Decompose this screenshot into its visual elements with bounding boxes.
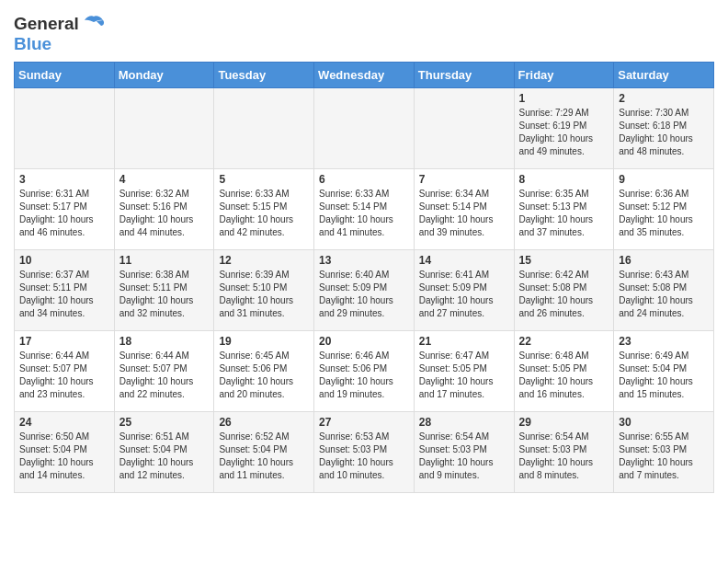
day-number: 20 xyxy=(319,335,409,348)
day-info: Sunrise: 6:36 AMSunset: 5:12 PMDaylight:… xyxy=(619,188,709,239)
day-info: Sunrise: 6:33 AMSunset: 5:14 PMDaylight:… xyxy=(319,188,409,239)
calendar-cell: 1Sunrise: 7:29 AMSunset: 6:19 PMDaylight… xyxy=(514,88,614,169)
calendar-table: SundayMondayTuesdayWednesdayThursdayFrid… xyxy=(14,62,714,493)
calendar-cell xyxy=(114,88,214,169)
day-info: Sunrise: 6:43 AMSunset: 5:08 PMDaylight:… xyxy=(619,269,709,320)
calendar-cell: 23Sunrise: 6:49 AMSunset: 5:04 PMDayligh… xyxy=(614,331,714,412)
main-container: General Blue SundayMondayTuesdayWednesda… xyxy=(0,0,728,502)
calendar-cell: 13Sunrise: 6:40 AMSunset: 5:09 PMDayligh… xyxy=(314,250,415,331)
calendar-cell: 29Sunrise: 6:54 AMSunset: 5:03 PMDayligh… xyxy=(514,412,614,493)
day-number: 27 xyxy=(319,416,409,429)
day-info: Sunrise: 6:48 AMSunset: 5:05 PMDaylight:… xyxy=(519,350,609,401)
day-number: 10 xyxy=(19,254,109,267)
calendar-cell: 16Sunrise: 6:43 AMSunset: 5:08 PMDayligh… xyxy=(614,250,714,331)
day-number: 14 xyxy=(419,254,509,267)
day-info: Sunrise: 6:46 AMSunset: 5:06 PMDaylight:… xyxy=(319,350,409,401)
day-number: 5 xyxy=(219,173,309,186)
day-info: Sunrise: 6:33 AMSunset: 5:15 PMDaylight:… xyxy=(219,188,309,239)
day-number: 28 xyxy=(419,416,509,429)
calendar-cell: 24Sunrise: 6:50 AMSunset: 5:04 PMDayligh… xyxy=(15,412,115,493)
calendar-cell: 26Sunrise: 6:52 AMSunset: 5:04 PMDayligh… xyxy=(214,412,314,493)
day-info: Sunrise: 6:54 AMSunset: 5:03 PMDaylight:… xyxy=(519,431,609,482)
logo-bird-icon xyxy=(83,15,105,33)
day-number: 9 xyxy=(619,173,709,186)
calendar-week-row: 3Sunrise: 6:31 AMSunset: 5:17 PMDaylight… xyxy=(15,169,714,250)
day-number: 13 xyxy=(319,254,409,267)
day-number: 12 xyxy=(219,254,309,267)
calendar-cell: 9Sunrise: 6:36 AMSunset: 5:12 PMDaylight… xyxy=(614,169,714,250)
calendar-cell: 19Sunrise: 6:45 AMSunset: 5:06 PMDayligh… xyxy=(214,331,314,412)
calendar-cell xyxy=(414,88,514,169)
day-info: Sunrise: 6:54 AMSunset: 5:03 PMDaylight:… xyxy=(419,431,509,482)
calendar-week-row: 24Sunrise: 6:50 AMSunset: 5:04 PMDayligh… xyxy=(15,412,714,493)
day-number: 30 xyxy=(619,416,709,429)
day-number: 7 xyxy=(419,173,509,186)
day-info: Sunrise: 6:47 AMSunset: 5:05 PMDaylight:… xyxy=(419,350,509,401)
calendar-cell xyxy=(214,88,314,169)
weekday-header-sunday: Sunday xyxy=(15,63,115,88)
day-number: 29 xyxy=(519,416,609,429)
calendar-cell: 5Sunrise: 6:33 AMSunset: 5:15 PMDaylight… xyxy=(214,169,314,250)
day-number: 8 xyxy=(519,173,609,186)
day-number: 21 xyxy=(419,335,509,348)
day-info: Sunrise: 6:53 AMSunset: 5:03 PMDaylight:… xyxy=(319,431,409,482)
day-number: 26 xyxy=(219,416,309,429)
weekday-header-saturday: Saturday xyxy=(614,63,714,88)
day-info: Sunrise: 6:55 AMSunset: 5:03 PMDaylight:… xyxy=(619,431,709,482)
day-info: Sunrise: 6:50 AMSunset: 5:04 PMDaylight:… xyxy=(19,431,109,482)
header: General Blue xyxy=(14,9,714,54)
day-number: 22 xyxy=(519,335,609,348)
day-number: 11 xyxy=(119,254,210,267)
calendar-cell: 20Sunrise: 6:46 AMSunset: 5:06 PMDayligh… xyxy=(314,331,415,412)
day-info: Sunrise: 6:38 AMSunset: 5:11 PMDaylight:… xyxy=(119,269,210,320)
day-info: Sunrise: 6:32 AMSunset: 5:16 PMDaylight:… xyxy=(119,188,210,239)
day-info: Sunrise: 6:52 AMSunset: 5:04 PMDaylight:… xyxy=(219,431,309,482)
day-info: Sunrise: 6:39 AMSunset: 5:10 PMDaylight:… xyxy=(219,269,309,320)
calendar-cell: 4Sunrise: 6:32 AMSunset: 5:16 PMDaylight… xyxy=(114,169,214,250)
day-info: Sunrise: 6:51 AMSunset: 5:04 PMDaylight:… xyxy=(119,431,210,482)
calendar-cell: 8Sunrise: 6:35 AMSunset: 5:13 PMDaylight… xyxy=(514,169,614,250)
day-info: Sunrise: 6:45 AMSunset: 5:06 PMDaylight:… xyxy=(219,350,309,401)
day-info: Sunrise: 6:40 AMSunset: 5:09 PMDaylight:… xyxy=(319,269,409,320)
calendar-cell: 10Sunrise: 6:37 AMSunset: 5:11 PMDayligh… xyxy=(15,250,115,331)
calendar-week-row: 10Sunrise: 6:37 AMSunset: 5:11 PMDayligh… xyxy=(15,250,714,331)
day-number: 16 xyxy=(619,254,709,267)
day-number: 15 xyxy=(519,254,609,267)
calendar-cell: 11Sunrise: 6:38 AMSunset: 5:11 PMDayligh… xyxy=(114,250,214,331)
weekday-header-monday: Monday xyxy=(114,63,214,88)
day-number: 24 xyxy=(19,416,109,429)
calendar-cell: 25Sunrise: 6:51 AMSunset: 5:04 PMDayligh… xyxy=(114,412,214,493)
day-number: 18 xyxy=(119,335,210,348)
calendar-cell: 14Sunrise: 6:41 AMSunset: 5:09 PMDayligh… xyxy=(414,250,514,331)
day-info: Sunrise: 6:41 AMSunset: 5:09 PMDaylight:… xyxy=(419,269,509,320)
day-info: Sunrise: 6:42 AMSunset: 5:08 PMDaylight:… xyxy=(519,269,609,320)
day-info: Sunrise: 6:49 AMSunset: 5:04 PMDaylight:… xyxy=(619,350,709,401)
day-number: 3 xyxy=(19,173,109,186)
day-number: 25 xyxy=(119,416,210,429)
day-info: Sunrise: 6:44 AMSunset: 5:07 PMDaylight:… xyxy=(119,350,210,401)
calendar-cell: 22Sunrise: 6:48 AMSunset: 5:05 PMDayligh… xyxy=(514,331,614,412)
calendar-cell: 12Sunrise: 6:39 AMSunset: 5:10 PMDayligh… xyxy=(214,250,314,331)
calendar-week-row: 1Sunrise: 7:29 AMSunset: 6:19 PMDaylight… xyxy=(15,88,714,169)
day-info: Sunrise: 6:35 AMSunset: 5:13 PMDaylight:… xyxy=(519,188,609,239)
calendar-cell: 21Sunrise: 6:47 AMSunset: 5:05 PMDayligh… xyxy=(414,331,514,412)
day-number: 23 xyxy=(619,335,709,348)
calendar-cell: 27Sunrise: 6:53 AMSunset: 5:03 PMDayligh… xyxy=(314,412,415,493)
day-number: 4 xyxy=(119,173,210,186)
calendar-cell: 7Sunrise: 6:34 AMSunset: 5:14 PMDaylight… xyxy=(414,169,514,250)
calendar-header-row: SundayMondayTuesdayWednesdayThursdayFrid… xyxy=(15,63,714,88)
calendar-cell: 18Sunrise: 6:44 AMSunset: 5:07 PMDayligh… xyxy=(114,331,214,412)
logo-blue-text: Blue xyxy=(14,34,51,54)
calendar-cell: 6Sunrise: 6:33 AMSunset: 5:14 PMDaylight… xyxy=(314,169,415,250)
day-number: 17 xyxy=(19,335,109,348)
day-number: 6 xyxy=(319,173,409,186)
day-info: Sunrise: 6:34 AMSunset: 5:14 PMDaylight:… xyxy=(419,188,509,239)
calendar-cell: 28Sunrise: 6:54 AMSunset: 5:03 PMDayligh… xyxy=(414,412,514,493)
calendar-cell xyxy=(314,88,415,169)
logo-general-text: General xyxy=(14,14,79,34)
calendar-cell xyxy=(15,88,115,169)
logo: General Blue xyxy=(14,14,105,54)
calendar-cell: 30Sunrise: 6:55 AMSunset: 5:03 PMDayligh… xyxy=(614,412,714,493)
calendar-cell: 2Sunrise: 7:30 AMSunset: 6:18 PMDaylight… xyxy=(614,88,714,169)
weekday-header-wednesday: Wednesday xyxy=(314,63,415,88)
